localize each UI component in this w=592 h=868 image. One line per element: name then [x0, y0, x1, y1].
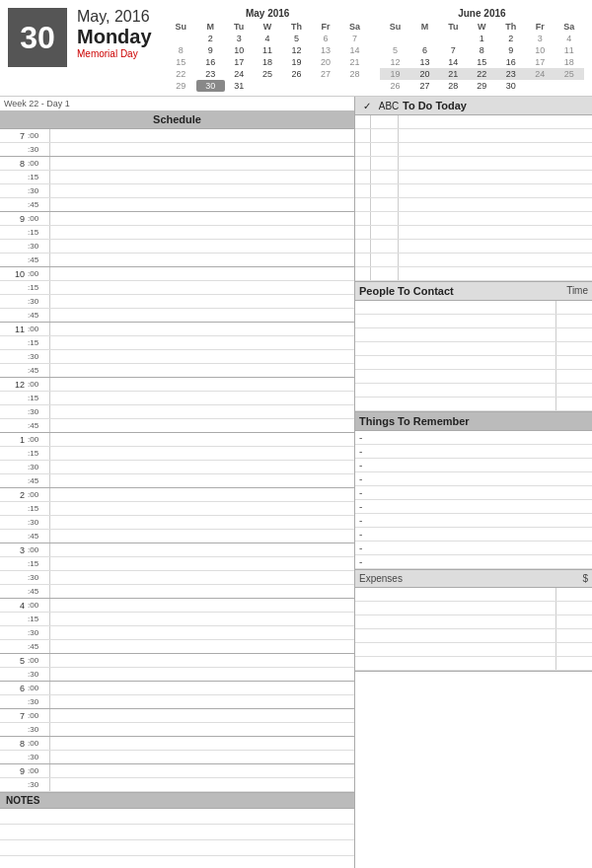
- sched-line[interactable]: [49, 751, 354, 763]
- todo-row[interactable]: [355, 198, 592, 212]
- people-row[interactable]: [355, 315, 592, 328]
- expenses-row[interactable]: [355, 629, 592, 643]
- todo-row[interactable]: [355, 157, 592, 171]
- sched-line[interactable]: [49, 737, 354, 750]
- people-row[interactable]: [355, 356, 592, 370]
- sched-line[interactable]: [49, 198, 354, 211]
- sched-line[interactable]: [49, 516, 354, 529]
- sched-line[interactable]: [49, 419, 354, 432]
- remember-row[interactable]: -: [355, 555, 592, 569]
- sched-line[interactable]: [49, 295, 354, 308]
- sched-line[interactable]: [49, 281, 354, 294]
- sched-line[interactable]: [49, 447, 354, 460]
- todo-row[interactable]: [355, 226, 592, 240]
- sched-line[interactable]: [49, 488, 354, 501]
- remember-row[interactable]: -: [355, 486, 592, 500]
- jun-hdr-th: Th: [495, 21, 526, 33]
- sched-line[interactable]: [49, 461, 354, 473]
- remember-row[interactable]: -: [355, 500, 592, 514]
- expenses-row[interactable]: [355, 657, 592, 671]
- remember-row[interactable]: -: [355, 431, 592, 445]
- sched-line[interactable]: [49, 654, 354, 667]
- remember-row[interactable]: -: [355, 528, 592, 542]
- may-row-3: 15 16 17 18 19 20 21: [166, 56, 370, 68]
- todo-row[interactable]: [355, 129, 592, 143]
- remember-row[interactable]: -: [355, 514, 592, 528]
- sched-line[interactable]: [49, 392, 354, 404]
- sched-line[interactable]: [49, 364, 354, 377]
- sched-line[interactable]: [49, 778, 354, 791]
- remember-row[interactable]: -: [355, 459, 592, 472]
- sched-line[interactable]: [49, 433, 354, 446]
- sched-line[interactable]: [49, 764, 354, 777]
- sched-row: :30: [0, 723, 354, 737]
- people-row[interactable]: [355, 398, 592, 411]
- sched-line[interactable]: [49, 309, 354, 322]
- remember-row[interactable]: -: [355, 445, 592, 459]
- sched-line[interactable]: [49, 530, 354, 542]
- sched-line[interactable]: [49, 226, 354, 239]
- sched-row: 1 :00: [0, 433, 354, 447]
- sched-line[interactable]: [49, 212, 354, 225]
- may-cell: 24: [225, 68, 254, 80]
- sched-line[interactable]: [49, 350, 354, 363]
- sched-row: :30: [0, 695, 354, 709]
- todo-row[interactable]: [355, 171, 592, 184]
- todo-row[interactable]: [355, 212, 592, 226]
- notes-row[interactable]: [0, 856, 354, 868]
- expenses-row[interactable]: [355, 602, 592, 615]
- notes-row[interactable]: [0, 809, 354, 825]
- sched-line[interactable]: [49, 157, 354, 170]
- sched-line[interactable]: [49, 640, 354, 653]
- sched-line[interactable]: [49, 405, 354, 418]
- sched-line[interactable]: [49, 129, 354, 142]
- expenses-row[interactable]: [355, 588, 592, 602]
- people-row[interactable]: [355, 370, 592, 384]
- todo-row[interactable]: [355, 240, 592, 253]
- jun-cell: 29: [468, 80, 495, 92]
- sched-line[interactable]: [49, 709, 354, 722]
- sched-line[interactable]: [49, 267, 354, 280]
- people-row[interactable]: [355, 342, 592, 356]
- todo-row[interactable]: [355, 143, 592, 157]
- sched-row: :45: [0, 530, 354, 543]
- sched-line[interactable]: [49, 378, 354, 391]
- expenses-row[interactable]: [355, 643, 592, 657]
- todo-row[interactable]: [355, 115, 592, 129]
- expenses-row[interactable]: [355, 615, 592, 629]
- todo-row[interactable]: [355, 267, 592, 281]
- sched-line[interactable]: [49, 336, 354, 349]
- todo-row[interactable]: [355, 253, 592, 267]
- sched-line[interactable]: [49, 599, 354, 612]
- sched-line[interactable]: [49, 613, 354, 625]
- sched-line[interactable]: [49, 171, 354, 183]
- people-row[interactable]: [355, 384, 592, 398]
- notes-row[interactable]: [0, 840, 354, 856]
- notes-row[interactable]: [0, 825, 354, 840]
- sched-row: :45: [0, 364, 354, 378]
- sched-line[interactable]: [49, 240, 354, 253]
- sched-min: :00: [28, 545, 49, 554]
- remember-row[interactable]: -: [355, 472, 592, 486]
- sched-line[interactable]: [49, 474, 354, 487]
- sched-line[interactable]: [49, 184, 354, 197]
- sched-line[interactable]: [49, 543, 354, 556]
- people-row[interactable]: [355, 301, 592, 315]
- sched-line[interactable]: [49, 723, 354, 736]
- sched-line[interactable]: [49, 253, 354, 266]
- sched-line[interactable]: [49, 502, 354, 515]
- expenses-header: Expenses $: [355, 570, 592, 588]
- sched-line[interactable]: [49, 557, 354, 570]
- sched-line[interactable]: [49, 143, 354, 156]
- todo-row[interactable]: [355, 184, 592, 198]
- sched-line[interactable]: [49, 571, 354, 584]
- sched-row: :45: [0, 640, 354, 654]
- sched-line[interactable]: [49, 585, 354, 598]
- remember-row[interactable]: -: [355, 542, 592, 555]
- people-row[interactable]: [355, 328, 592, 342]
- sched-line[interactable]: [49, 695, 354, 708]
- sched-line[interactable]: [49, 668, 354, 681]
- sched-line[interactable]: [49, 682, 354, 694]
- sched-line[interactable]: [49, 626, 354, 639]
- sched-line[interactable]: [49, 323, 354, 335]
